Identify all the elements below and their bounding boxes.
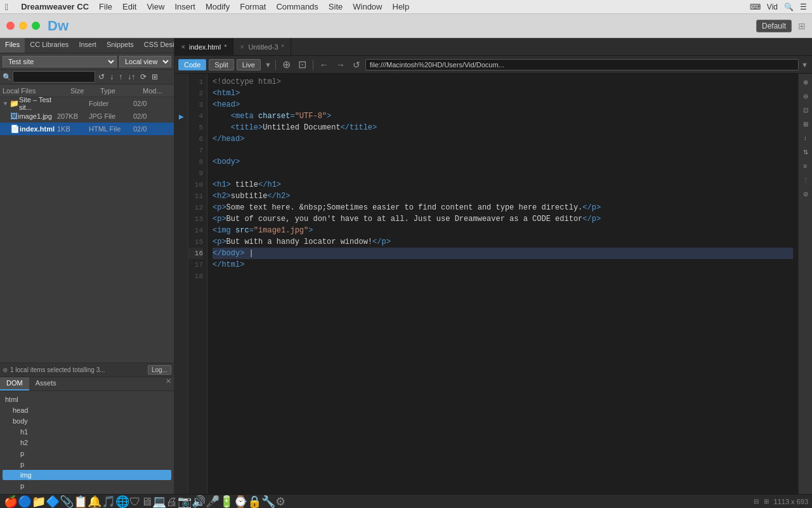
app-name[interactable]: Dreamweaver CC — [21, 2, 89, 11]
display-icon[interactable]: ⊟ — [754, 498, 759, 505]
nav-icon2[interactable]: ⊡ — [296, 58, 309, 70]
code-line-5: <title>Untitled Document</title> — [213, 122, 793, 133]
line-num: 1 — [188, 76, 203, 88]
nav-icon1[interactable]: ⊕ — [280, 58, 293, 70]
maximize-button[interactable] — [32, 22, 40, 30]
dom-p3[interactable]: p — [3, 481, 171, 491]
dom-p2[interactable]: p — [3, 459, 171, 469]
menu-window[interactable]: Window — [353, 2, 382, 11]
code-line-15: <p>But with a handy locator window!</p> — [213, 236, 793, 248]
refresh-button[interactable]: ↺ — [350, 60, 363, 70]
tab-cc-libraries[interactable]: CC Libraries — [25, 38, 74, 53]
dom-html[interactable]: html — [3, 394, 171, 404]
gutter-btn-6[interactable]: ⇅ — [800, 146, 811, 157]
editor-tab-untitled[interactable]: ✕ Untitled-3 * — [233, 38, 291, 56]
menu-modify[interactable]: Modify — [206, 2, 230, 11]
gutter-btn-9[interactable]: ⊘ — [800, 188, 811, 199]
forward-button[interactable]: → — [334, 60, 348, 70]
refresh-btn[interactable]: ↺ — [96, 72, 107, 82]
assets-tab[interactable]: Assets — [29, 377, 63, 391]
menu-edit[interactable]: Edit — [122, 2, 136, 11]
view-dropdown[interactable]: Local view — [119, 56, 171, 67]
file-row[interactable]: 🖼 image1.jpg 207KB JPG File 02/0 — [0, 110, 174, 123]
live-view-button[interactable]: Live — [237, 59, 261, 70]
layout-icon[interactable]: ⊞ — [798, 21, 806, 31]
dom-img[interactable]: img — [3, 470, 171, 480]
grid-icon[interactable]: ⊞ — [764, 498, 769, 505]
search-icon[interactable]: 🔍 — [784, 3, 794, 11]
menu-commands[interactable]: Commands — [276, 2, 318, 11]
live-dropdown-icon[interactable]: ▼ — [265, 61, 272, 69]
menu-format[interactable]: Format — [240, 2, 266, 11]
file-size: 1KB — [57, 125, 89, 133]
editor-panel: ✕ index.html * ✕ Untitled-3 * Code Split… — [174, 38, 812, 494]
gutter-indicator: ▶ — [179, 110, 184, 122]
code-line-10: <h1> title</h1> — [213, 179, 793, 190]
url-dropdown[interactable]: ▼ — [801, 61, 808, 69]
minimize-button[interactable] — [19, 22, 27, 30]
expand-panel-icon[interactable]: ⊕ — [3, 366, 8, 373]
gutter-btn-7[interactable]: ≡ — [800, 160, 811, 171]
code-view-button[interactable]: Code — [178, 59, 206, 70]
put-btn[interactable]: ↑ — [117, 72, 124, 82]
tab-close-icon[interactable]: ✕ — [181, 44, 186, 50]
log-button[interactable]: Log... — [148, 365, 171, 375]
tab-files[interactable]: Files — [0, 38, 25, 53]
line-num-active: 16 — [188, 248, 203, 259]
file-row[interactable]: ▼ 📁 Site – Test sit... Folder 02/0 — [0, 97, 174, 110]
dom-head[interactable]: head — [3, 405, 171, 415]
tab-insert[interactable]: Insert — [74, 38, 102, 53]
close-button[interactable] — [6, 22, 15, 30]
menubar:  Dreamweaver CC File Edit View Insert M… — [0, 0, 812, 14]
username: Vid — [767, 3, 778, 11]
back-button[interactable]: ← — [317, 60, 331, 70]
gutter-btn-5[interactable]: ↕ — [800, 132, 811, 144]
split-view-button[interactable]: Split — [209, 59, 233, 70]
menu-view[interactable]: View — [147, 2, 164, 11]
gutter-btn-2[interactable]: ⊖ — [800, 90, 811, 102]
right-gutter: ⊕ ⊖ ⊡ ⊞ ↕ ⇅ ≡ ⋮ ⊘ — [798, 74, 812, 494]
menu-site[interactable]: Site — [329, 2, 343, 11]
gutter-btn-3[interactable]: ⊡ — [800, 104, 811, 116]
file-status-text: 1 local items selected totalling 3... — [10, 366, 145, 373]
tab-close-icon[interactable]: ✕ — [240, 44, 245, 50]
gutter-btn-8[interactable]: ⋮ — [800, 174, 811, 185]
menu-file[interactable]: File — [99, 2, 112, 11]
dom-close[interactable]: ✕ — [166, 377, 174, 391]
dom-h1[interactable]: h1 — [3, 427, 171, 437]
menu-insert[interactable]: Insert — [174, 2, 195, 11]
site-dropdown[interactable]: Test site — [3, 56, 117, 67]
menu-help[interactable]: Help — [393, 2, 410, 11]
profile-dropdown[interactable]: Default — [756, 20, 792, 32]
url-bar[interactable] — [365, 59, 799, 70]
file-list: ▼ 📁 Site – Test sit... Folder 02/0 🖼 ima… — [0, 97, 174, 363]
gutter-btn-1[interactable]: ⊕ — [800, 76, 811, 88]
dw-logo: Dw — [48, 18, 69, 34]
search-input[interactable] — [13, 71, 95, 83]
editor-tab-index[interactable]: ✕ index.html * — [174, 38, 233, 56]
screen-icon: ⌨ — [750, 3, 761, 11]
get-btn[interactable]: ↓ — [108, 72, 115, 82]
dom-h2[interactable]: h2 — [3, 438, 171, 448]
dom-body[interactable]: body — [3, 416, 171, 426]
gutter-btn-4[interactable]: ⊞ — [800, 118, 811, 130]
tab-snippets[interactable]: Snippets — [102, 38, 139, 53]
sync-btn[interactable]: ⟳ — [138, 72, 148, 82]
file-date: 02/0 — [133, 100, 171, 107]
file-status-bar: ⊕ 1 local items selected totalling 3... … — [0, 363, 174, 377]
file-type: HTML File — [89, 125, 133, 133]
file-tree-header: Local Files Size Type Mod... — [0, 84, 174, 97]
file-row-selected[interactable]: 📄 index.html 1KB HTML File 02/0 — [0, 123, 174, 135]
expand-btn[interactable]: ⊞ — [150, 72, 160, 82]
line-num: 12 — [188, 202, 203, 213]
menu-icon[interactable]: ☰ — [800, 3, 807, 11]
dom-tab[interactable]: DOM — [0, 377, 29, 391]
line-num: 4 — [188, 110, 203, 122]
line-num: 13 — [188, 213, 203, 225]
code-line-1: <!doctype html> — [213, 76, 793, 88]
code-content[interactable]: <!doctype html> <html> <head> <meta char… — [207, 74, 798, 494]
apple-menu[interactable]:  — [5, 2, 8, 12]
check-in-btn[interactable]: ↓↑ — [126, 72, 137, 82]
code-line-4: <meta charset="UTF-8"> — [213, 110, 793, 122]
dom-p1[interactable]: p — [3, 448, 171, 458]
